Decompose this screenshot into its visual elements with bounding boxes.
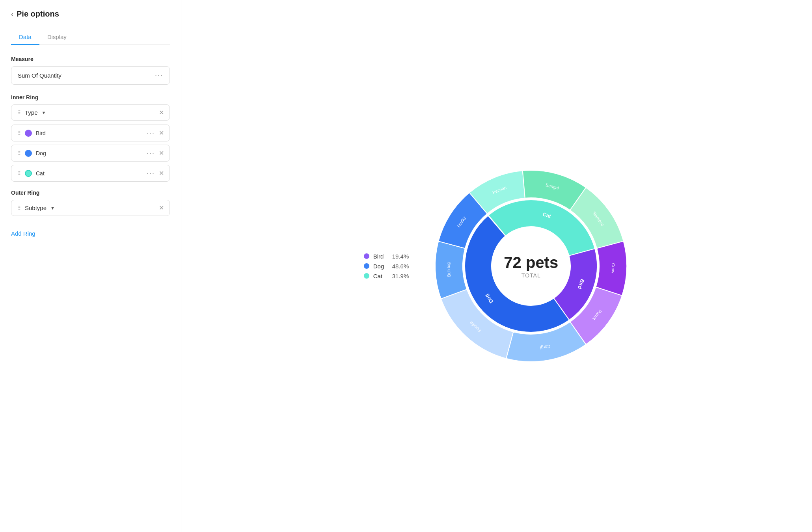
bird-label: Bird <box>36 130 46 136</box>
left-panel: ‹ Pie options Data Display Measure Sum O… <box>0 0 181 532</box>
legend-pct-cat: 31.9% <box>392 273 409 279</box>
donut-center: 72 pets TOTAL <box>504 254 558 279</box>
chart-area: Bird 19.4% Dog 48.6% Cat 31.9% <box>364 167 630 365</box>
legend-item-cat: Cat 31.9% <box>364 273 409 279</box>
chart-legend: Bird 19.4% Dog 48.6% Cat 31.9% <box>364 253 409 279</box>
legend-name-bird: Bird <box>373 253 388 260</box>
category-row-dog: ⠿ Dog ··· ✕ <box>11 145 170 162</box>
legend-dot-cat <box>364 273 369 279</box>
panel-title: Pie options <box>17 9 59 19</box>
svg-text:Crow: Crow <box>611 263 616 273</box>
outer-ring-type-label: Subtype <box>25 205 47 211</box>
type-drag-handle-icon[interactable]: ⠿ <box>17 110 21 116</box>
legend-name-dog: Dog <box>373 263 388 270</box>
cat-dots-menu[interactable]: ··· <box>147 169 155 177</box>
dog-label: Dog <box>36 150 46 156</box>
outer-ring-type-row: ⠿ Subtype ▼ ✕ <box>11 200 170 216</box>
cat-close-icon[interactable]: ✕ <box>159 169 164 177</box>
legend-item-bird: Bird 19.4% <box>364 253 409 260</box>
legend-pct-dog: 48.6% <box>392 263 409 270</box>
outer-ring-label: Outer Ring <box>11 190 170 196</box>
outer-ring-type-dropdown-icon[interactable]: ▼ <box>50 206 55 210</box>
inner-ring-type-close-icon[interactable]: ✕ <box>159 109 164 116</box>
dog-dots-menu[interactable]: ··· <box>147 149 155 157</box>
bird-dots-menu[interactable]: ··· <box>147 129 155 137</box>
legend-name-cat: Cat <box>373 273 388 279</box>
legend-dot-bird <box>364 253 369 259</box>
cat-label: Cat <box>36 170 45 177</box>
tab-data[interactable]: Data <box>11 30 39 45</box>
measure-label: Measure <box>11 56 170 62</box>
donut-total-label: TOTAL <box>504 272 558 279</box>
legend-dot-dog <box>364 263 369 269</box>
donut-chart: CatBirdDogPersianBengalSiameseCrowParrot… <box>432 167 629 365</box>
back-nav[interactable]: ‹ Pie options <box>11 9 170 19</box>
legend-pct-bird: 19.4% <box>392 253 409 260</box>
inner-ring-type-dropdown-icon[interactable]: ▼ <box>42 110 46 115</box>
bird-color-dot <box>25 130 32 137</box>
category-row-bird: ⠿ Bird ··· ✕ <box>11 125 170 141</box>
tabs-container: Data Display <box>11 30 170 45</box>
back-chevron-icon: ‹ <box>11 11 13 18</box>
measure-dots-menu[interactable]: ··· <box>155 71 163 80</box>
dog-drag-handle-icon[interactable]: ⠿ <box>17 150 21 156</box>
donut-total: 72 pets <box>504 254 558 272</box>
measure-box: Sum Of Quantity ··· <box>11 66 170 85</box>
outer-ring-type-close-icon[interactable]: ✕ <box>159 204 164 212</box>
subtype-drag-handle-icon[interactable]: ⠿ <box>17 205 21 211</box>
category-row-cat: ⠿ Cat ··· ✕ <box>11 165 170 182</box>
add-ring-button[interactable]: Add Ring <box>11 230 35 237</box>
inner-ring-section: Inner Ring ⠿ Type ▼ ✕ ⠿ Bird ··· ✕ <box>11 94 170 182</box>
cat-drag-handle-icon[interactable]: ⠿ <box>17 170 21 177</box>
right-panel: Bird 19.4% Dog 48.6% Cat 31.9% <box>181 0 812 532</box>
tab-display[interactable]: Display <box>39 30 74 45</box>
bird-drag-handle-icon[interactable]: ⠿ <box>17 130 21 136</box>
inner-ring-type-label: Type <box>25 109 38 116</box>
inner-ring-label: Inner Ring <box>11 94 170 100</box>
svg-text:Bulldog: Bulldog <box>446 262 452 277</box>
outer-ring-section: Outer Ring ⠿ Subtype ▼ ✕ <box>11 190 170 216</box>
dog-close-icon[interactable]: ✕ <box>159 149 164 157</box>
measure-value: Sum Of Quantity <box>18 72 61 79</box>
dog-color-dot <box>25 150 32 157</box>
bird-close-icon[interactable]: ✕ <box>159 129 164 137</box>
cat-color-dot <box>25 170 32 177</box>
legend-item-dog: Dog 48.6% <box>364 263 409 270</box>
inner-ring-type-row: ⠿ Type ▼ ✕ <box>11 104 170 121</box>
